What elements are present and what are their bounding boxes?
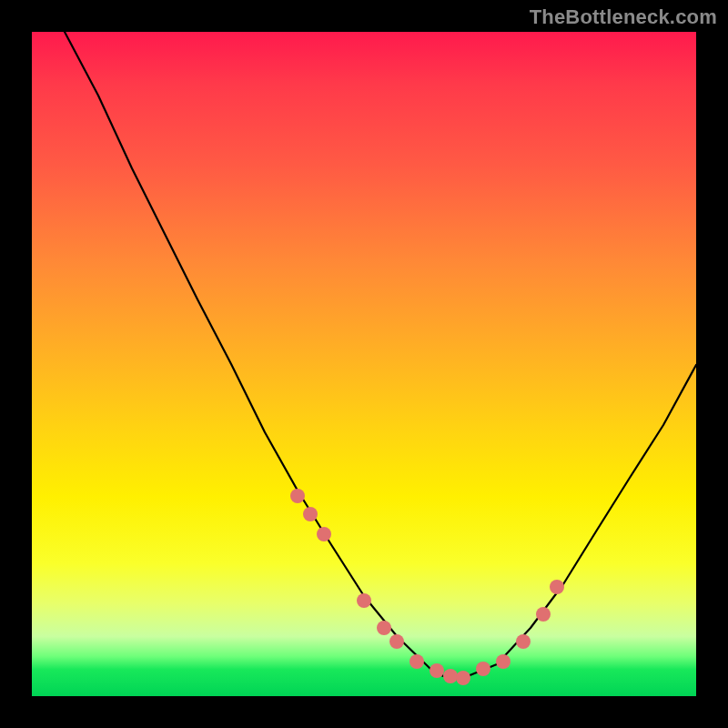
curve-layer [32,32,696,696]
svg-point-5 [389,634,404,649]
svg-point-6 [410,654,424,669]
svg-point-13 [536,607,551,622]
svg-point-11 [496,654,511,669]
chart-stage: TheBottleneck.com [0,0,728,728]
svg-point-4 [377,621,391,635]
svg-point-0 [290,489,305,503]
svg-point-2 [317,527,331,541]
plot-area [32,32,696,696]
svg-point-8 [443,669,458,683]
svg-point-3 [357,593,371,608]
svg-point-10 [476,662,490,676]
highlight-points [290,489,564,685]
svg-point-9 [456,671,470,685]
svg-point-7 [430,663,444,678]
bottleneck-curve [65,32,696,678]
svg-point-14 [550,580,564,594]
svg-point-1 [303,507,318,521]
watermark-text: TheBottleneck.com [530,5,717,29]
svg-point-12 [516,634,531,649]
